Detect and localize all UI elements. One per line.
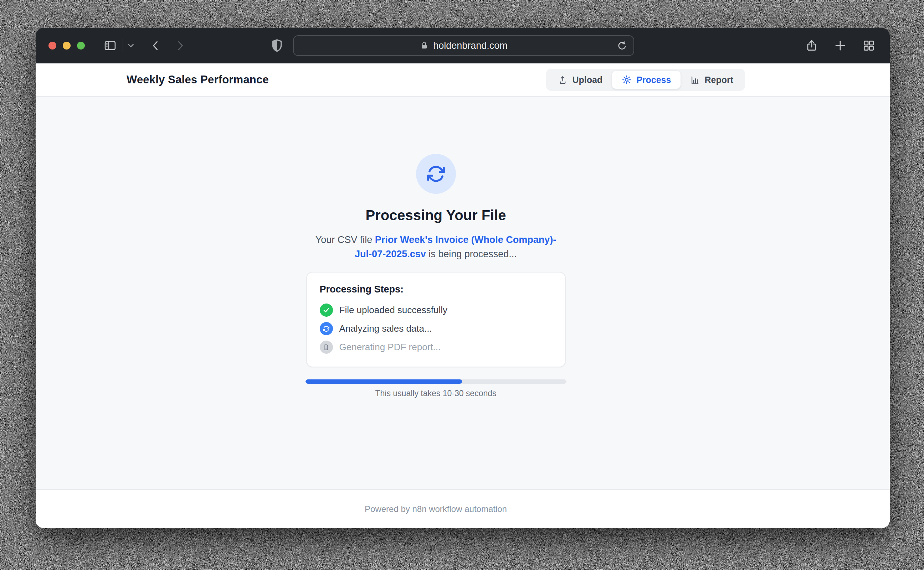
processing-heading: Processing Your File xyxy=(365,207,506,224)
share-icon[interactable] xyxy=(805,39,818,52)
lock-icon xyxy=(420,41,429,50)
sync-icon xyxy=(426,164,446,184)
url-bar[interactable]: holdenbrand.com xyxy=(293,35,634,56)
url-text: holdenbrand.com xyxy=(433,40,508,51)
description-prefix: Your CSV file xyxy=(316,234,375,245)
footer-text: Powered by n8n workflow automation xyxy=(365,504,507,514)
processing-spinner-badge xyxy=(416,154,456,194)
step-row-analyzing: Analyzing sales data... xyxy=(320,322,552,335)
minimize-button[interactable] xyxy=(63,42,71,49)
nav-segmented-control: Upload Process Report xyxy=(546,69,745,91)
back-icon[interactable] xyxy=(150,40,162,52)
processing-description: Your CSV file Prior Week's Invoice (Whol… xyxy=(309,233,563,261)
web-page: Weekly Sales Performance Upload Proce xyxy=(36,63,890,528)
step-label: Analyzing sales data... xyxy=(339,323,432,334)
report-button[interactable]: Report xyxy=(680,71,743,89)
process-button[interactable]: Process xyxy=(612,71,680,89)
fullscreen-button[interactable] xyxy=(77,42,85,49)
toolbar-right-cluster xyxy=(805,39,875,52)
step-label: Generating PDF report... xyxy=(339,342,441,353)
process-button-label: Process xyxy=(636,75,671,85)
browser-toolbar: holdenbrand.com xyxy=(36,28,890,63)
toolbar-divider xyxy=(123,39,123,52)
step-row-uploaded: File uploaded successfully xyxy=(320,303,552,317)
page-header: Weekly Sales Performance Upload Proce xyxy=(36,63,890,97)
sync-icon xyxy=(320,322,333,335)
progress-bar xyxy=(305,379,566,384)
page-footer: Powered by n8n workflow automation xyxy=(36,489,890,528)
close-button[interactable] xyxy=(49,42,56,49)
reload-icon[interactable] xyxy=(616,40,628,52)
bar-chart-icon xyxy=(690,75,700,85)
step-label: File uploaded successfully xyxy=(339,305,448,316)
report-button-label: Report xyxy=(705,75,733,85)
main-content: Processing Your File Your CSV file Prior… xyxy=(36,97,890,489)
progress-fill xyxy=(305,379,462,384)
check-icon xyxy=(320,303,333,317)
upload-button[interactable]: Upload xyxy=(548,71,612,89)
shield-icon[interactable] xyxy=(269,37,285,54)
chevron-down-icon[interactable] xyxy=(126,41,135,50)
upload-icon xyxy=(558,75,568,85)
progress-hint: This usually takes 10-30 seconds xyxy=(375,389,496,398)
window-controls xyxy=(49,42,85,49)
gear-icon xyxy=(622,75,632,85)
processing-steps-card: Processing Steps: File uploaded successf… xyxy=(306,272,566,367)
forward-icon[interactable] xyxy=(174,40,186,52)
steps-card-title: Processing Steps: xyxy=(320,284,552,295)
upload-button-label: Upload xyxy=(572,75,602,85)
page-title: Weekly Sales Performance xyxy=(127,74,269,86)
document-icon xyxy=(320,340,333,354)
description-suffix: is being processed... xyxy=(426,249,517,259)
browser-window: holdenbrand.com xyxy=(36,28,890,528)
sidebar-toggle-icon[interactable] xyxy=(103,39,117,52)
new-tab-icon[interactable] xyxy=(833,39,847,52)
tab-overview-icon[interactable] xyxy=(862,39,875,52)
step-row-generating: Generating PDF report... xyxy=(320,340,552,354)
